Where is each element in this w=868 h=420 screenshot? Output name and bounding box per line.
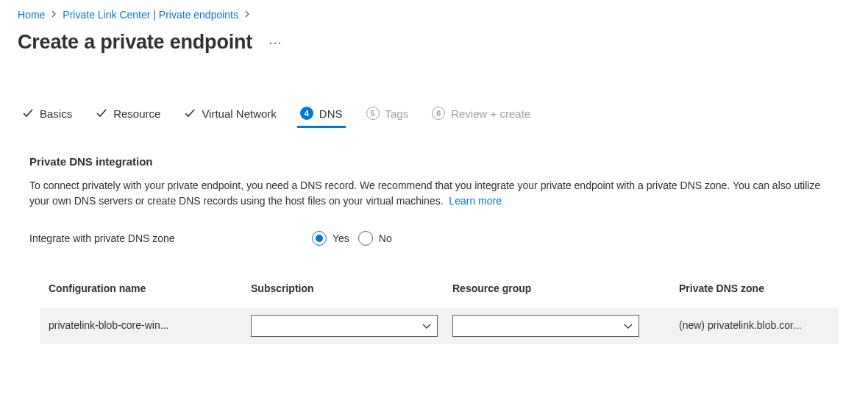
tab-resource[interactable]: Resource [96, 107, 160, 127]
tab-virtual-network[interactable]: Virtual Network [184, 107, 276, 127]
tab-review-create[interactable]: 6 Review + create [432, 107, 530, 127]
configuration-name-value: privatelink-blob-core-win... [49, 319, 168, 331]
tab-basics[interactable]: Basics [22, 107, 72, 127]
check-icon [22, 107, 34, 119]
learn-more-link[interactable]: Learn more [449, 195, 502, 207]
chevron-down-icon [624, 320, 633, 332]
tab-label: Tags [385, 107, 409, 120]
tab-label: DNS [319, 107, 343, 120]
chevron-right-icon [244, 10, 250, 20]
tab-label: Virtual Network [202, 107, 276, 120]
radio-icon [312, 231, 327, 246]
radio-label: Yes [332, 232, 349, 244]
more-icon[interactable]: ⋯ [266, 33, 286, 52]
integrate-dns-label: Integrate with private DNS zone [29, 232, 294, 244]
tab-label: Review + create [451, 107, 530, 120]
step-number-icon: 5 [366, 107, 380, 120]
wizard-tabs: Basics Resource Virtual Network 4 DNS 5 … [18, 107, 850, 127]
breadcrumb-home[interactable]: Home [18, 9, 45, 21]
chevron-down-icon [422, 320, 431, 332]
col-private-dns-zone: Private DNS zone [670, 275, 839, 307]
chevron-right-icon [51, 10, 57, 20]
step-number-icon: 4 [300, 107, 313, 120]
dns-config-table: Configuration name Subscription Resource… [40, 275, 839, 344]
step-number-icon: 6 [432, 107, 445, 120]
radio-icon [358, 231, 373, 246]
breadcrumb-private-link-center[interactable]: Private Link Center | Private endpoints [63, 9, 238, 21]
breadcrumb: Home Private Link Center | Private endpo… [18, 9, 850, 21]
resource-group-select[interactable] [452, 315, 639, 337]
col-subscription: Subscription [242, 275, 444, 307]
col-resource-group: Resource group [444, 275, 670, 307]
tab-tags[interactable]: 5 Tags [366, 107, 409, 127]
section-description: To connect privately with your private e… [29, 178, 839, 209]
tab-label: Resource [113, 107, 160, 120]
tab-dns[interactable]: 4 DNS [300, 107, 343, 127]
page-title: Create a private endpoint [18, 31, 252, 54]
radio-yes[interactable]: Yes [312, 231, 349, 246]
private-dns-zone-value: (new) privatelink.blob.cor... [679, 319, 802, 331]
check-icon [96, 107, 107, 119]
section-heading-dns-integration: Private DNS integration [29, 155, 839, 168]
tab-label: Basics [40, 107, 72, 120]
radio-no[interactable]: No [358, 231, 392, 246]
table-row: privatelink-blob-core-win... [40, 307, 839, 344]
check-icon [184, 107, 196, 119]
integrate-dns-radio-group: Yes No [312, 231, 392, 246]
radio-label: No [379, 232, 392, 244]
col-configuration-name: Configuration name [40, 275, 242, 307]
subscription-select[interactable] [251, 315, 438, 337]
